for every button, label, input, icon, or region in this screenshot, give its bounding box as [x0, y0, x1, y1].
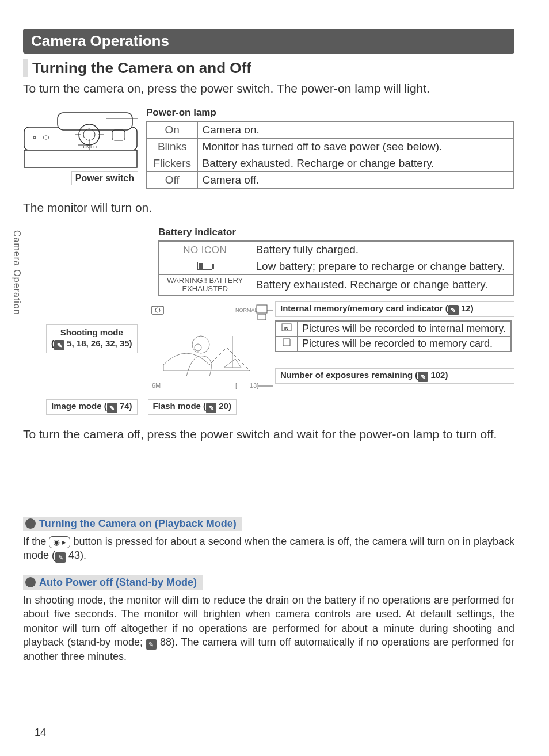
table-row: FlickersBattery exhausted. Recharge or c… — [147, 155, 514, 172]
battery-table: NO ICONBattery fully charged. Low batter… — [158, 240, 514, 296]
tip2-title: Auto Power off (Stand-by Mode) — [23, 575, 203, 590]
image-mode-label: Image mode (✎ 74) — [46, 399, 138, 415]
battery-low-icon — [197, 262, 212, 270]
camera-top-illustration: ON OFF Power switch — [23, 107, 138, 185]
tip2-text: In shooting mode, the monitor will dim t… — [23, 593, 514, 663]
monitor-text: The monitor will turn on. — [23, 200, 514, 216]
svg-text:6M: 6M — [152, 382, 161, 389]
table-row: WARNING!! BATTERY EXHAUSTEDBattery exhau… — [159, 274, 514, 295]
exposures-label: Number of exposures remaining (✎ 102) — [275, 368, 514, 384]
page-ref-icon: ✎ — [146, 639, 157, 650]
section-title-bar: Camera Operations — [23, 29, 514, 54]
power-lamp-title: Power-on lamp — [146, 107, 514, 119]
table-row: OnCamera on. — [147, 121, 514, 139]
svg-text:ON    OFF: ON OFF — [83, 145, 98, 149]
page-ref-icon: ✎ — [448, 305, 459, 315]
flash-mode-label: Flash mode (✎ 20) — [148, 399, 237, 415]
power-lamp-table: OnCamera on. BlinksMonitor has turned of… — [146, 121, 514, 189]
page-ref-icon: ✎ — [206, 403, 216, 413]
svg-text:[: [ — [235, 382, 237, 389]
page-ref-icon: ✎ — [54, 340, 64, 350]
page-ref-icon: ✎ — [55, 552, 66, 563]
table-row: NO ICONBattery fully charged. — [159, 241, 514, 258]
svg-rect-14 — [147, 303, 272, 392]
camera-playback-button-icon: ◉ ▸ — [49, 536, 70, 548]
page-number: 14 — [35, 727, 46, 739]
shooting-mode-label: Shooting mode (✎ 5, 18, 26, 32, 35) — [46, 324, 138, 353]
tip1-text: If the ◉ ▸ button is pressed for about a… — [23, 534, 514, 563]
svg-rect-2 — [58, 113, 132, 130]
intro-text: To turn the camera on, press the power s… — [23, 81, 514, 97]
page-ref-icon: ✎ — [107, 403, 117, 413]
table-row: Low battery; prepare to recharge or chan… — [159, 258, 514, 274]
power-switch-label: Power switch — [71, 171, 138, 185]
svg-rect-0 — [24, 127, 137, 150]
subheading: Turning the Camera on and Off — [23, 59, 514, 77]
svg-rect-1 — [24, 150, 137, 167]
svg-text:13]: 13] — [250, 382, 258, 389]
mem-indicator-label: Internal memory/memory card indicator (✎… — [275, 301, 514, 317]
svg-text:IN: IN — [284, 326, 288, 331]
tip1-title: Turning the Camera on (Playback Mode) — [23, 517, 242, 531]
table-row: Pictures will be recorded to memory card… — [276, 337, 511, 352]
mem-table: INPictures will be recorded to internal … — [275, 320, 512, 352]
memory-card-icon — [281, 338, 292, 347]
table-row: BlinksMonitor has turned off to save pow… — [147, 139, 514, 155]
lcd-illustration: NORMAL 6M [ 13] — [146, 301, 273, 396]
svg-text:NORMAL: NORMAL — [235, 307, 258, 313]
table-row: INPictures will be recorded to internal … — [276, 321, 511, 337]
turn-off-text: To turn the camera off, press the power … — [23, 426, 514, 442]
internal-memory-icon: IN — [281, 323, 292, 332]
page-ref-icon: ✎ — [418, 372, 428, 382]
battery-title: Battery indicator — [158, 227, 514, 238]
table-row: OffCamera off. — [147, 172, 514, 189]
side-tab: Camera Operation — [12, 230, 22, 315]
